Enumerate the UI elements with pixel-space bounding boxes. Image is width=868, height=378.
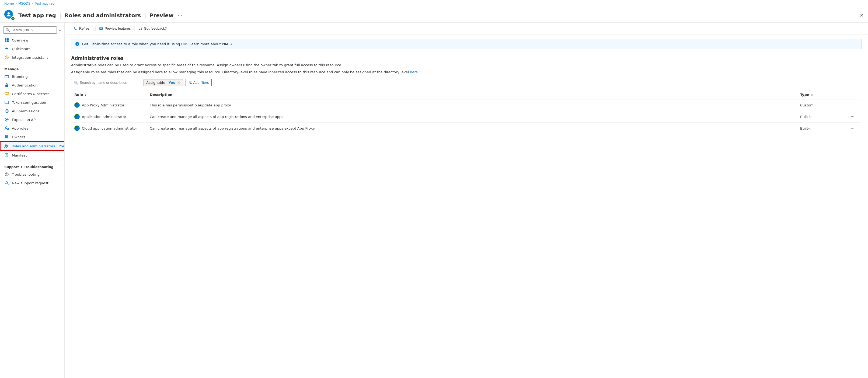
sidebar-item-token[interactable]: Token configuration [0, 98, 64, 107]
table-row: Cloud application administrator Can crea… [71, 123, 862, 134]
sidebar-item-roles-admins[interactable]: Roles and administrators | Preview [0, 141, 64, 151]
svg-rect-8 [5, 101, 9, 104]
search-icon: 🔍 [6, 28, 10, 32]
roles-admins-icon [4, 144, 9, 148]
sidebar-item-quickstart[interactable]: Quickstart [0, 45, 64, 53]
role-desc-2: Can create and manage all aspects of app… [147, 123, 797, 134]
breadcrumb-sep2: › [32, 2, 33, 5]
row-menu-2[interactable]: ··· [848, 125, 857, 131]
sidebar-item-owners[interactable]: Owners [0, 133, 64, 141]
sidebar-label-troubleshooting: Troubleshooting [12, 172, 39, 176]
sidebar-label-integration: Integration assistant [12, 56, 48, 60]
assignable-filter-close[interactable]: ✕ [178, 81, 181, 85]
title-sep1: | [59, 12, 61, 19]
sidebar-item-branding[interactable]: Branding [0, 72, 64, 81]
close-button[interactable]: ✕ [860, 12, 864, 18]
refresh-icon [74, 27, 78, 30]
svg-rect-14 [7, 128, 9, 129]
table-row: App Proxy Administrator This role has pe… [71, 99, 862, 111]
feedback-button[interactable]: Got feedback? [136, 25, 169, 32]
name-description-search[interactable] [80, 81, 138, 85]
sidebar-item-app-roles[interactable]: App roles [0, 124, 64, 133]
banner-link[interactable]: → [229, 42, 232, 46]
section-desc2: Assignable roles are roles that can be a… [71, 69, 862, 75]
sidebar-item-authentication[interactable]: Authentication [0, 81, 64, 89]
add-filters-button[interactable]: Add filters [186, 79, 212, 86]
sidebar-item-manifest[interactable]: Manifest [0, 151, 64, 159]
svg-point-7 [6, 94, 7, 95]
here-link[interactable]: here [410, 70, 418, 74]
svg-rect-3 [7, 40, 9, 42]
sidebar-label-roles-admins: Roles and administrators | Preview [11, 144, 65, 148]
banner-text: Get just-in-time access to a role when y… [82, 42, 232, 46]
sidebar-item-integration[interactable]: Integration assistant [0, 53, 64, 62]
sidebar-label-expose-api: Expose an API [12, 118, 37, 122]
sidebar-label-overview: Overview [12, 38, 28, 42]
svg-point-16 [5, 136, 7, 137]
breadcrumb-msods[interactable]: MSODS [18, 2, 30, 5]
row-menu-1[interactable]: ··· [848, 114, 857, 120]
role-desc-0: This role has permissiont o aupdate app … [147, 99, 797, 111]
support-icon [4, 180, 9, 185]
role-type-1: Built-in [797, 111, 845, 123]
sidebar-label-quickstart: Quickstart [12, 47, 30, 51]
svg-rect-1 [7, 38, 9, 40]
sidebar-item-api-permissions[interactable]: API permissions [0, 107, 64, 115]
roles-table: Role Description Type [71, 90, 862, 134]
branding-icon [4, 74, 9, 79]
feedback-icon [138, 27, 142, 30]
role-type-2: Built-in [797, 123, 845, 134]
role-name-0: App Proxy Administrator [82, 103, 124, 107]
search-filter: 🔍 [71, 79, 141, 86]
svg-rect-28 [100, 28, 101, 29]
role-avatar-1 [74, 114, 80, 119]
toolbar-sep2 [134, 26, 135, 31]
integration-icon [4, 55, 9, 60]
sidebar-label-certificates: Certificates & secrets [12, 92, 50, 96]
info-banner: Get just-in-time access to a role when y… [71, 39, 862, 49]
sidebar-item-expose-api[interactable]: Expose an API [0, 115, 64, 124]
table-row: Application administrator Can create and… [71, 111, 862, 123]
sidebar-label-app-roles: App roles [12, 126, 28, 130]
role-col-header[interactable]: Role [74, 93, 143, 97]
sidebar-label-api-permissions: API permissions [12, 109, 39, 113]
sidebar-item-overview[interactable]: Overview [0, 36, 64, 45]
sidebar-label-authentication: Authentication [12, 83, 37, 87]
svg-point-18 [5, 144, 7, 146]
assignable-filter-badge: Assignable : Yes ✕ [143, 79, 183, 86]
type-col-header[interactable]: Type [800, 93, 842, 97]
add-filter-icon [188, 81, 192, 84]
svg-point-19 [6, 145, 8, 147]
refresh-button[interactable]: Refresh [71, 25, 94, 32]
certificates-icon [4, 91, 9, 96]
more-options-button[interactable]: ··· [176, 11, 184, 20]
sidebar-item-troubleshooting[interactable]: Troubleshooting [0, 170, 64, 179]
svg-point-26 [6, 182, 7, 183]
info-icon [75, 42, 80, 46]
search-input[interactable] [11, 28, 54, 32]
svg-point-17 [7, 136, 8, 137]
preview-features-button[interactable]: Preview features [97, 25, 133, 32]
desc-col-header[interactable]: Description [150, 93, 794, 97]
collapse-button[interactable]: « [58, 27, 62, 33]
sort-role-icon [84, 93, 87, 96]
breadcrumb-home[interactable]: Home [4, 2, 14, 5]
svg-rect-2 [5, 40, 6, 42]
authentication-icon [4, 83, 9, 88]
toolbar-sep1 [95, 26, 96, 31]
sidebar-label-manifest: Manifest [12, 153, 27, 157]
title-sep2: | [144, 12, 146, 19]
manifest-icon [4, 153, 9, 157]
sidebar-item-certificates[interactable]: Certificates & secrets [0, 89, 64, 98]
sidebar-item-new-support[interactable]: New support request [0, 179, 64, 187]
row-menu-0[interactable]: ··· [848, 102, 857, 108]
filter-search-icon: 🔍 [74, 81, 78, 85]
preview-icon [99, 27, 103, 30]
svg-rect-15 [7, 129, 9, 130]
owners-icon [4, 135, 9, 139]
breadcrumb-sep1: › [16, 2, 17, 5]
page-title: Test app reg [18, 12, 56, 19]
role-desc-1: Can create and manage all aspects of app… [147, 111, 797, 123]
overview-icon [4, 38, 9, 42]
troubleshooting-icon [4, 172, 9, 177]
